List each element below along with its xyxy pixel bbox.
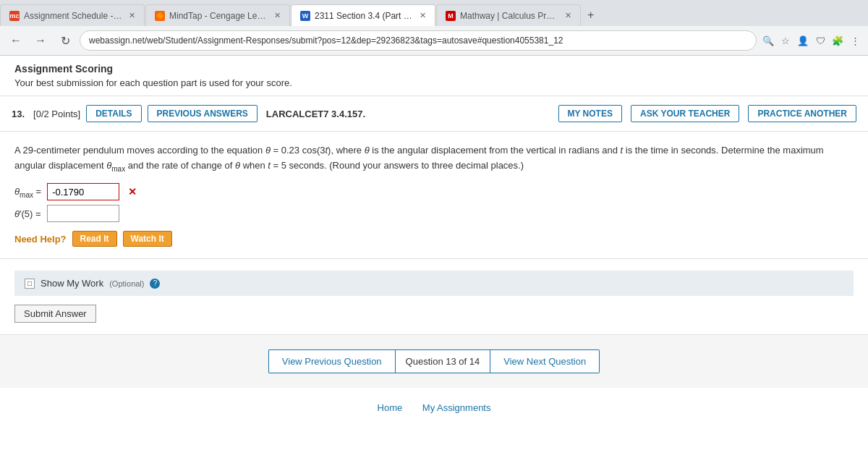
tab-webassign[interactable]: W 2311 Section 3.4 (Part I) - MAC 2 ✕ [291,4,435,26]
view-previous-question-button[interactable]: View Previous Question [268,349,395,373]
tab-icon-1: mc [9,11,20,21]
back-button[interactable]: ← [6,30,26,51]
reload-button[interactable]: ↻ [55,30,75,51]
footer-links: Home My Assignments [0,388,868,428]
menu-icon[interactable]: ⋮ [848,33,862,48]
bookmark-icon[interactable]: ☆ [778,33,793,48]
watch-it-button[interactable]: Watch It [123,231,172,247]
my-assignments-link[interactable]: My Assignments [422,402,491,413]
forward-button[interactable]: → [30,30,51,51]
page-wrapper: Assignment Scoring Your best submission … [0,56,868,458]
tab-label-1: Assignment Schedule - MAC231 [24,11,123,21]
theta-prime-line: θ'(5) = [14,205,854,222]
submit-area: Submit Answer [0,296,868,334]
tab-label-3: 2311 Section 3.4 (Part I) - MAC 2 [315,11,414,21]
view-next-question-button[interactable]: View Next Question [490,349,600,373]
read-it-button[interactable]: Read It [72,231,117,247]
question-points: [0/2 Points] [33,109,80,119]
tab-label-4: Mathway | Calculus Problem Sol... [460,11,559,21]
error-mark: ✕ [128,186,137,198]
address-text: webassign.net/web/Student/Assignment-Res… [89,35,563,46]
my-notes-button[interactable]: MY NOTES [558,105,622,122]
ask-teacher-button[interactable]: ASK YOUR TEACHER [631,105,739,122]
tab-icon-2: 🔶 [155,11,165,21]
previous-answers-button[interactable]: PREVIOUS ANSWERS [148,105,258,122]
theta-max-label: θmax = [14,186,41,199]
question-text: A 29-centimeter pendulum moves according… [14,143,854,174]
address-bar-icons: 🔍 ☆ 👤 🛡 🧩 ⋮ [761,33,862,48]
tab-mindtap[interactable]: 🔶 MindTap - Cengage Learning ✕ [145,4,290,26]
assignment-scoring-section: Assignment Scoring Your best submission … [0,56,868,96]
assignment-scoring-title: Assignment Scoring [14,63,854,75]
home-link[interactable]: Home [378,402,403,413]
question-number: 13. [12,109,25,119]
tab-icon-3: W [300,11,310,21]
theta-max-input[interactable] [47,183,119,200]
extensions-icon[interactable]: 🧩 [830,33,845,48]
theta-max-line: θmax = ✕ [14,183,854,200]
search-icon[interactable]: 🔍 [761,33,775,48]
show-my-work-section: □ Show My Work (Optional) ? [14,271,854,296]
question-label: LARCALCET7 3.4.157. [266,109,365,119]
shield-icon[interactable]: 🛡 [813,33,827,48]
navigation-inner: View Previous Question Question 13 of 14… [14,349,854,373]
assignment-scoring-description: Your best submission for each question p… [14,77,854,88]
address-bar-row: ← → ↻ webassign.net/web/Student/Assignme… [0,26,868,55]
show-my-work-checkbox[interactable]: □ [25,279,35,289]
address-bar[interactable]: webassign.net/web/Student/Assignment-Res… [80,30,757,51]
tab-close-4[interactable]: ✕ [565,11,571,20]
tab-label-2: MindTap - Cengage Learning [169,11,268,21]
question-body: A 29-centimeter pendulum moves according… [0,132,868,259]
question-counter: Question 13 of 14 [395,349,491,373]
show-my-work-optional: (Optional) [109,279,144,288]
profile-icon[interactable]: 👤 [796,33,810,48]
navigation-section: View Previous Question Question 13 of 14… [0,334,868,388]
show-my-work-label: Show My Work [41,278,103,289]
practice-another-button[interactable]: PRACTICE ANOTHER [748,105,856,122]
tab-assignment-schedule[interactable]: mc Assignment Schedule - MAC231 ✕ [0,4,145,26]
new-tab-button[interactable]: + [582,4,600,26]
details-button[interactable]: DETAILS [86,105,141,122]
question-header: 13. [0/2 Points] DETAILS PREVIOUS ANSWER… [0,96,868,132]
tab-close-3[interactable]: ✕ [420,11,426,20]
theta-prime-input[interactable] [47,205,119,222]
info-icon[interactable]: ? [150,279,160,289]
tab-close-2[interactable]: ✕ [274,11,281,20]
tab-close-1[interactable]: ✕ [129,11,135,20]
tab-mathway[interactable]: M Mathway | Calculus Problem Sol... ✕ [436,4,581,26]
browser-chrome: mc Assignment Schedule - MAC231 ✕ 🔶 Mind… [0,0,868,56]
need-help-label: Need Help? [14,234,67,245]
tab-bar: mc Assignment Schedule - MAC231 ✕ 🔶 Mind… [0,0,868,26]
tab-icon-4: M [446,11,456,21]
theta-prime-label: θ'(5) = [14,208,41,219]
need-help-section: Need Help? Read It Watch It [14,231,854,247]
submit-answer-button[interactable]: Submit Answer [14,305,96,323]
